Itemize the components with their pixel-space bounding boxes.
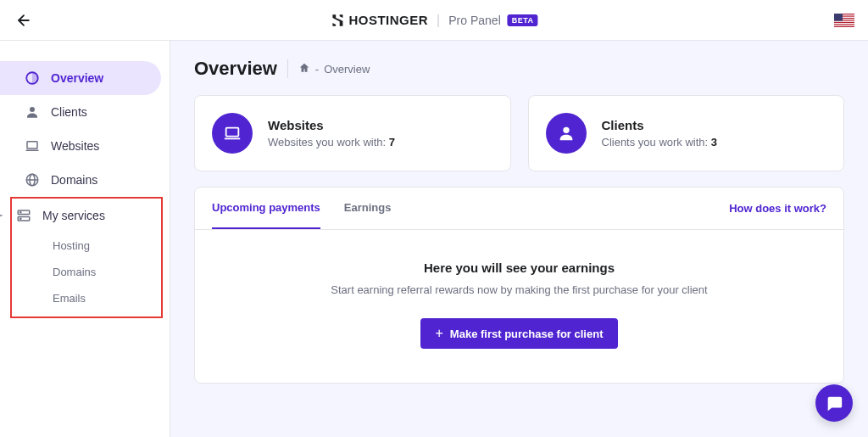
sidebar-item-label: Domains bbox=[51, 173, 97, 187]
svg-rect-6 bbox=[834, 23, 854, 24]
language-flag-us[interactable] bbox=[834, 14, 854, 27]
svg-rect-8 bbox=[834, 14, 843, 21]
back-button[interactable] bbox=[14, 10, 34, 31]
svg-point-10 bbox=[30, 107, 35, 112]
clients-card[interactable]: Clients Clients you work with: 3 bbox=[528, 95, 845, 171]
hostinger-logo-icon bbox=[330, 13, 345, 28]
brand-sub: Pro Panel bbox=[448, 14, 500, 27]
person-icon bbox=[24, 104, 41, 120]
card-title: Clients bbox=[602, 118, 718, 132]
how-does-it-work-link[interactable]: How does it work? bbox=[729, 202, 826, 215]
brand: HOSTINGER | Pro Panel BETA bbox=[330, 13, 537, 28]
arrow-left-icon bbox=[15, 12, 32, 29]
page-header-row: Overview - Overview bbox=[194, 58, 844, 80]
sidebar-item-label: Websites bbox=[51, 139, 99, 153]
sidebar: Overview Clients Websites Domains bbox=[0, 41, 170, 437]
sidebar-subitem-domains[interactable]: Domains bbox=[12, 259, 161, 285]
svg-rect-20 bbox=[226, 128, 239, 137]
brand-logo: HOSTINGER bbox=[330, 13, 428, 28]
sidebar-item-label: Overview bbox=[51, 71, 103, 85]
cta-label: Make first purchase for client bbox=[450, 328, 604, 340]
card-text: Clients Clients you work with: 3 bbox=[602, 118, 718, 148]
card-subtext-label: Websites you work with: bbox=[268, 136, 389, 148]
sidebar-item-my-services[interactable]: My services bbox=[12, 199, 153, 233]
sidebar-item-websites[interactable]: Websites bbox=[0, 129, 161, 163]
main-content: Overview - Overview Websites Websites yo… bbox=[170, 41, 868, 437]
divider bbox=[287, 59, 288, 78]
svg-rect-5 bbox=[834, 20, 854, 21]
sidebar-item-domains[interactable]: Domains bbox=[0, 163, 161, 197]
websites-card[interactable]: Websites Websites you work with: 7 bbox=[194, 95, 511, 171]
panel-body: Here you will see your earnings Start ea… bbox=[195, 230, 843, 383]
home-icon[interactable] bbox=[298, 62, 310, 76]
sidebar-item-overview[interactable]: Overview bbox=[0, 61, 161, 95]
breadcrumb-separator: - bbox=[315, 63, 319, 76]
sidebar-item-label: Clients bbox=[51, 105, 87, 119]
card-subtext: Clients you work with: 3 bbox=[602, 136, 718, 148]
tab-upcoming-payments[interactable]: Upcoming payments bbox=[212, 188, 320, 229]
card-subtext: Websites you work with: 7 bbox=[268, 136, 395, 148]
svg-point-18 bbox=[20, 212, 21, 213]
globe-icon bbox=[24, 171, 41, 188]
plus-icon: + bbox=[436, 327, 443, 340]
overview-icon bbox=[24, 70, 41, 87]
card-text: Websites Websites you work with: 7 bbox=[268, 118, 395, 148]
panel-tabs: Upcoming payments Earnings How does it w… bbox=[195, 188, 843, 230]
header: HOSTINGER | Pro Panel BETA bbox=[0, 0, 868, 41]
laptop-icon bbox=[212, 113, 253, 154]
breadcrumb-current: Overview bbox=[324, 63, 370, 76]
laptop-icon bbox=[24, 137, 41, 154]
stat-cards-row: Websites Websites you work with: 7 Clien… bbox=[194, 95, 844, 171]
svg-rect-7 bbox=[834, 25, 854, 25]
brand-separator: | bbox=[437, 13, 440, 28]
chevron-down-icon bbox=[0, 209, 5, 222]
chat-icon bbox=[825, 394, 843, 412]
card-title: Websites bbox=[268, 118, 395, 132]
svg-rect-11 bbox=[27, 142, 37, 148]
sidebar-item-clients[interactable]: Clients bbox=[0, 95, 161, 129]
person-icon bbox=[546, 113, 587, 154]
chat-button[interactable] bbox=[815, 384, 853, 422]
server-icon bbox=[15, 207, 32, 224]
tab-earnings[interactable]: Earnings bbox=[344, 188, 392, 229]
empty-state-sub: Start earning referral rewards now by ma… bbox=[212, 283, 826, 296]
sidebar-subitem-emails[interactable]: Emails bbox=[12, 285, 161, 311]
card-count: 7 bbox=[389, 136, 395, 148]
annotation-highlight: My services Hosting Domains Emails bbox=[10, 197, 163, 318]
breadcrumb: - Overview bbox=[298, 62, 370, 76]
sidebar-subitem-hosting[interactable]: Hosting bbox=[12, 233, 161, 259]
sidebar-item-label: My services bbox=[42, 209, 105, 222]
page-title: Overview bbox=[194, 58, 277, 80]
svg-point-19 bbox=[20, 218, 21, 219]
earnings-panel: Upcoming payments Earnings How does it w… bbox=[194, 187, 844, 384]
make-first-purchase-button[interactable]: + Make first purchase for client bbox=[420, 318, 619, 349]
beta-badge: BETA bbox=[508, 14, 538, 26]
card-subtext-label: Clients you work with: bbox=[602, 136, 711, 148]
empty-state-title: Here you will see your earnings bbox=[212, 261, 826, 275]
brand-name: HOSTINGER bbox=[348, 13, 428, 27]
svg-point-22 bbox=[563, 127, 569, 133]
us-flag-icon bbox=[834, 14, 854, 27]
card-count: 3 bbox=[711, 136, 717, 148]
